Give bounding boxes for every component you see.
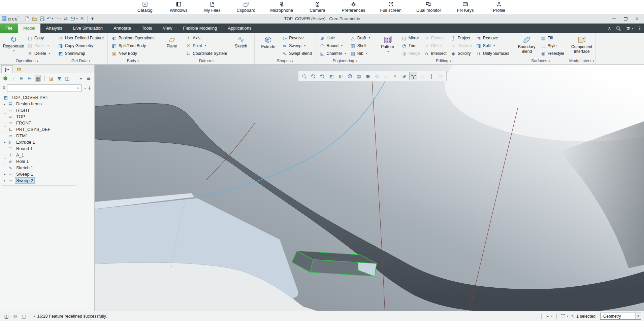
tree-node-label[interactable]: TOP_COVER.PRT: [10, 94, 50, 101]
folder-browser-tab[interactable]: [13, 65, 25, 73]
topbar-item-clipboard[interactable]: Clipboard: [236, 1, 255, 13]
learning-button[interactable]: ▾: [626, 26, 634, 31]
search-button[interactable]: [616, 26, 621, 31]
tab-tools[interactable]: Tools: [136, 24, 157, 33]
expander-icon[interactable]: ▸: [2, 173, 7, 176]
window-switch-button[interactable]: ▾: [69, 15, 78, 23]
mirror-button[interactable]: ◫Mirror: [400, 34, 421, 42]
ribbon-group-label[interactable]: Operations▾: [0, 58, 54, 64]
rib-button[interactable]: ▤Rib▾: [349, 49, 372, 57]
boolean-operations-button[interactable]: ◐Boolean Operations: [110, 34, 156, 42]
group-dropdown-caret[interactable]: ▾: [549, 60, 550, 63]
graphics-viewport[interactable]: +−◩◐▤◉◇▱⌖⊕△∥◔: [95, 65, 644, 311]
new-body-button[interactable]: ▣New Body: [110, 49, 156, 57]
point-button[interactable]: ✕Point▾: [184, 42, 228, 49]
group-dropdown-caret[interactable]: ▾: [356, 60, 357, 63]
topbar-item-windows[interactable]: Windows: [169, 1, 188, 13]
browser-toggle-button[interactable]: ◫: [3, 313, 10, 320]
ribbon-group-label[interactable]: Datum▾: [158, 58, 254, 64]
dropdown-caret[interactable]: ▾: [632, 27, 634, 30]
repaint-button[interactable]: ◔: [437, 72, 445, 80]
refit-button[interactable]: ◩: [327, 72, 335, 80]
trim-button[interactable]: ◔Trim: [400, 42, 421, 49]
topbar-item-full-screen[interactable]: Full screen: [380, 1, 401, 13]
paste-button[interactable]: ▤Paste▾: [26, 42, 52, 49]
shrinkwrap-button[interactable]: ◩Shrinkwrap: [57, 49, 105, 57]
swept-blend-button[interactable]: ∿Swept Blend: [281, 49, 313, 57]
tree-node-label[interactable]: Design Items: [15, 101, 43, 107]
zoom-out-button[interactable]: −: [318, 72, 326, 80]
group-dropdown-caret[interactable]: ▾: [37, 60, 38, 63]
tree-node-label[interactable]: Round 1: [15, 145, 34, 152]
ribbon-group-label[interactable]: Shapes▾: [255, 58, 315, 64]
zoom-region-button[interactable]: [300, 72, 308, 80]
tree-node-label[interactable]: TOP: [15, 113, 27, 120]
dropdown-caret[interactable]: ▾: [49, 52, 50, 55]
merge-button[interactable]: ◑Merge: [400, 49, 421, 57]
add-filter-icon[interactable]: +: [87, 86, 92, 91]
group-dropdown-caret[interactable]: ▾: [450, 60, 451, 63]
annotations-button[interactable]: ◇: [373, 72, 381, 80]
undo-button[interactable]: ↶▾: [46, 15, 54, 23]
tree-node-label[interactable]: FRONT: [15, 120, 33, 126]
tree-node-design-items[interactable]: ▸▤Design Items: [0, 101, 94, 107]
copy-geometry-button[interactable]: ◨Copy Geometry: [57, 42, 105, 49]
save-button[interactable]: [38, 15, 46, 23]
tree-root-node[interactable]: ◩TOP_COVER.PRT: [0, 94, 94, 101]
topbar-item-preferences[interactable]: Preferences: [342, 1, 365, 13]
regenerate-small-button[interactable]: ⇄: [62, 15, 69, 23]
tree-filters-button[interactable]: ▼: [57, 75, 62, 82]
group-dropdown-caret[interactable]: ▾: [89, 60, 90, 63]
selection-filter-combobox[interactable]: Geometry ▼: [600, 313, 641, 320]
ribbon-group-label[interactable]: Editing▾: [374, 58, 513, 64]
zoom-in-button[interactable]: +: [309, 72, 317, 80]
tree-node-label[interactable]: RIGHT: [15, 107, 31, 113]
tree-node-prt-csys-def[interactable]: ∟PRT_CSYS_DEF: [0, 126, 94, 133]
tree-node-hole-1[interactable]: ⌀Hole 1: [0, 158, 94, 165]
tree-node-label[interactable]: Hole 1: [15, 158, 30, 165]
remove-button[interactable]: ◥Remove: [475, 34, 511, 42]
coordinate-system-button[interactable]: ∟Coordinate System: [184, 49, 228, 57]
tree-node-round-1[interactable]: ◠Round 1: [0, 145, 94, 152]
search-options-caret[interactable]: ▾: [84, 87, 86, 90]
expander-icon[interactable]: ▸: [2, 141, 7, 144]
hole-button[interactable]: ⌀Hole: [318, 34, 348, 42]
extrude-button[interactable]: Extrude: [257, 34, 279, 58]
project-button[interactable]: ∫Project: [449, 34, 473, 42]
copy-button[interactable]: ◫Copy: [26, 34, 52, 42]
dropdown-caret[interactable]: ▾: [551, 315, 552, 318]
tree-node-sketch-1[interactable]: ∿Sketch 1: [0, 165, 94, 171]
sketch-button[interactable]: ∿Sketch: [230, 34, 252, 58]
blank-panel-button[interactable]: ▢: [20, 313, 28, 320]
close-button[interactable]: ✕: [632, 15, 642, 23]
tab-applications[interactable]: Applications: [222, 24, 257, 33]
tree-settings-button[interactable]: ≡: [86, 75, 92, 82]
intersect-button[interactable]: ∩Intersect: [423, 49, 448, 57]
group-dropdown-caret[interactable]: ▾: [593, 60, 594, 63]
minimize-button[interactable]: [609, 15, 619, 23]
collapse-ribbon-button[interactable]: ∧: [608, 26, 611, 31]
shell-button[interactable]: ▥Shell: [349, 42, 372, 49]
topbar-item-profile[interactable]: Profile: [490, 1, 509, 13]
clear-search-icon[interactable]: ✕: [75, 86, 81, 90]
tab-file[interactable]: File: [0, 24, 18, 33]
tree-search-field[interactable]: ✕: [7, 84, 82, 92]
topbar-item-camera[interactable]: Camera: [308, 1, 327, 13]
group-dropdown-caret[interactable]: ▾: [137, 60, 139, 63]
dropdown-caret[interactable]: ▾: [366, 52, 367, 55]
tree-node-label[interactable]: Sweep 2: [15, 177, 35, 184]
datum-display-button[interactable]: ⌖: [391, 72, 399, 80]
regenerate-button[interactable]: ↻Regenerate▾: [2, 34, 25, 58]
topbar-item-my-files[interactable]: My Files: [203, 1, 222, 13]
tree-node-right[interactable]: ▱RIGHT: [0, 107, 94, 113]
component-interface-button[interactable]: Component Interface: [571, 34, 593, 58]
offset-button[interactable]: ↗Offset: [423, 42, 448, 49]
close-window-button[interactable]: ✕: [78, 15, 86, 23]
ribbon-group-label[interactable]: Get Data▾: [54, 58, 107, 64]
pause-button[interactable]: ∥: [427, 72, 436, 80]
tab-annotate[interactable]: Annotate: [108, 24, 136, 33]
boundary-blend-button[interactable]: Boundary Blend: [516, 34, 538, 58]
sweep-button[interactable]: ≈Sweep▾: [281, 42, 313, 49]
tree-node-label[interactable]: Sketch 1: [15, 165, 35, 171]
extend-button[interactable]: →Extend: [423, 34, 448, 42]
